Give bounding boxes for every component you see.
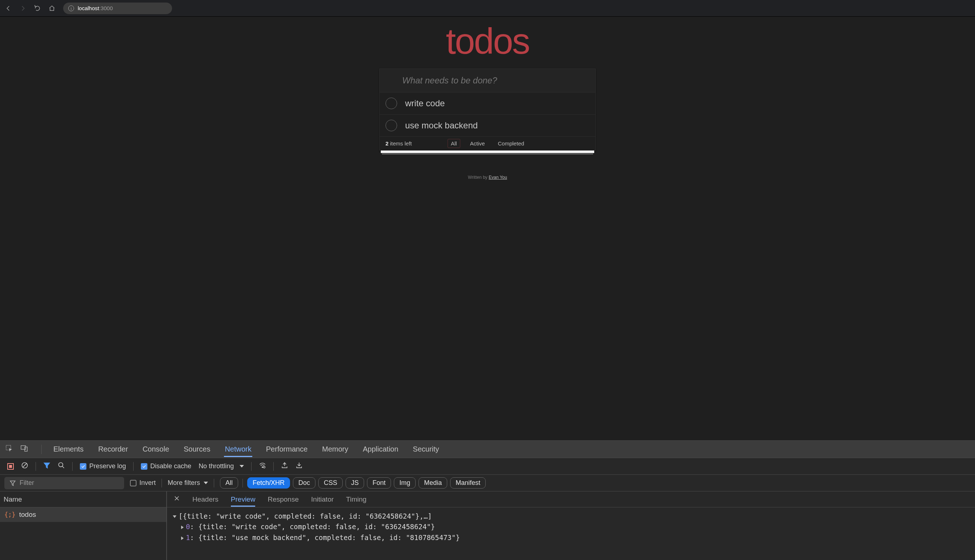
device-toolbar-icon[interactable] bbox=[20, 444, 28, 454]
tab-network[interactable]: Network bbox=[224, 442, 252, 457]
tab-console[interactable]: Console bbox=[142, 442, 170, 457]
page-viewport: todos write code use mock backend 2 item… bbox=[0, 17, 975, 440]
card-shadow bbox=[381, 150, 594, 153]
forward-button[interactable] bbox=[17, 2, 29, 15]
browser-toolbar: i localhost:3000 bbox=[0, 0, 975, 17]
todo-item[interactable]: write code bbox=[380, 92, 595, 115]
preserve-log-checkbox[interactable]: Preserve log bbox=[80, 462, 126, 470]
tab-recorder[interactable]: Recorder bbox=[97, 442, 129, 457]
author-link[interactable]: Evan You bbox=[488, 175, 507, 180]
devtools-tab-strip: Elements Recorder Console Sources Networ… bbox=[0, 441, 975, 458]
filter-completed[interactable]: Completed bbox=[494, 139, 527, 148]
network-filter-row: Filter Invert More filters All Fetch/XHR… bbox=[0, 475, 975, 492]
detail-tab-initiator[interactable]: Initiator bbox=[311, 492, 334, 507]
tree-root[interactable]: [{title: "write code", completed: false,… bbox=[173, 511, 969, 522]
json-file-icon: {;} bbox=[4, 511, 16, 518]
toggle-complete-icon[interactable] bbox=[386, 120, 397, 131]
type-pill-doc[interactable]: Doc bbox=[293, 477, 316, 488]
page-title: todos bbox=[446, 20, 529, 62]
detail-tab-timing[interactable]: Timing bbox=[346, 492, 366, 507]
record-button[interactable] bbox=[7, 463, 14, 470]
tree-item[interactable]: 1: {title: "use mock backend", completed… bbox=[173, 532, 969, 543]
separator bbox=[251, 462, 252, 471]
column-header-name[interactable]: Name bbox=[0, 492, 166, 507]
filter-toggle-icon[interactable] bbox=[43, 462, 50, 471]
invert-checkbox[interactable]: Invert bbox=[130, 479, 156, 487]
app-credits: Written by Evan You bbox=[468, 175, 507, 180]
chevron-down-icon bbox=[239, 465, 244, 468]
separator bbox=[162, 479, 162, 487]
clear-button[interactable] bbox=[21, 462, 28, 471]
close-detail-button[interactable] bbox=[174, 495, 180, 503]
type-pill-font[interactable]: Font bbox=[367, 477, 391, 488]
todo-item-label: write code bbox=[405, 98, 445, 108]
export-har-icon[interactable] bbox=[281, 462, 288, 471]
separator bbox=[214, 479, 214, 487]
detail-tab-headers[interactable]: Headers bbox=[192, 492, 219, 507]
new-todo-wrap bbox=[380, 69, 595, 92]
reload-button[interactable] bbox=[31, 2, 43, 15]
detail-tab-strip: Headers Preview Response Initiator Timin… bbox=[167, 492, 975, 507]
expand-icon[interactable] bbox=[181, 525, 184, 529]
network-conditions-icon[interactable] bbox=[259, 462, 266, 471]
separator bbox=[35, 462, 36, 471]
new-todo-input[interactable] bbox=[380, 69, 595, 92]
request-list: Name {;} todos bbox=[0, 492, 167, 560]
network-toolbar: Preserve log Disable cache No throttling bbox=[0, 458, 975, 475]
type-pill-fetch-xhr[interactable]: Fetch/XHR bbox=[247, 477, 290, 488]
tree-item[interactable]: 0: {title: "write code", completed: fals… bbox=[173, 522, 969, 532]
todo-footer: 2 items left All Active Completed clear bbox=[380, 137, 595, 150]
request-detail-pane: Headers Preview Response Initiator Timin… bbox=[167, 492, 975, 560]
collapse-icon[interactable] bbox=[173, 515, 176, 518]
svg-rect-1 bbox=[21, 446, 26, 449]
separator bbox=[72, 462, 73, 471]
tab-application[interactable]: Application bbox=[362, 442, 399, 457]
svg-point-7 bbox=[262, 467, 263, 468]
tab-performance[interactable]: Performance bbox=[265, 442, 309, 457]
tab-security[interactable]: Security bbox=[412, 442, 440, 457]
filter-group: All Active Completed bbox=[448, 139, 527, 148]
type-pill-manifest[interactable]: Manifest bbox=[450, 477, 486, 488]
tab-sources[interactable]: Sources bbox=[183, 442, 211, 457]
type-pill-media[interactable]: Media bbox=[418, 477, 447, 488]
import-har-icon[interactable] bbox=[296, 462, 303, 471]
type-pill-img[interactable]: Img bbox=[394, 477, 416, 488]
preview-tree[interactable]: [{title: "write code", completed: false,… bbox=[167, 507, 975, 560]
type-pill-js[interactable]: JS bbox=[346, 477, 364, 488]
todo-item-label: use mock backend bbox=[405, 120, 478, 130]
todo-item[interactable]: use mock backend bbox=[380, 115, 595, 137]
toggle-complete-icon[interactable] bbox=[386, 98, 397, 109]
search-icon[interactable] bbox=[58, 462, 65, 471]
todo-list: write code use mock backend bbox=[380, 92, 595, 137]
svg-line-4 bbox=[22, 463, 27, 468]
tab-memory[interactable]: Memory bbox=[321, 442, 349, 457]
type-pill-css[interactable]: CSS bbox=[318, 477, 343, 488]
address-bar[interactable]: i localhost:3000 bbox=[63, 3, 172, 14]
back-button[interactable] bbox=[2, 2, 15, 15]
expand-icon[interactable] bbox=[181, 537, 184, 540]
type-pill-all[interactable]: All bbox=[220, 477, 238, 488]
inspect-element-icon[interactable] bbox=[5, 444, 13, 454]
detail-tab-preview[interactable]: Preview bbox=[231, 492, 256, 507]
request-row[interactable]: {;} todos bbox=[0, 507, 166, 522]
filter-all[interactable]: All bbox=[448, 139, 460, 148]
type-filter-pills: All Fetch/XHR Doc CSS JS Font Img Media … bbox=[220, 477, 486, 488]
svg-point-5 bbox=[59, 463, 63, 467]
svg-line-6 bbox=[62, 467, 64, 468]
filter-input[interactable]: Filter bbox=[4, 477, 124, 489]
more-filters-dropdown[interactable]: More filters bbox=[168, 479, 208, 487]
filter-active[interactable]: Active bbox=[467, 139, 488, 148]
detail-tab-response[interactable]: Response bbox=[268, 492, 299, 507]
site-info-icon[interactable]: i bbox=[68, 5, 74, 11]
network-content: Name {;} todos Headers Preview Response … bbox=[0, 492, 975, 560]
disable-cache-checkbox[interactable]: Disable cache bbox=[141, 462, 191, 470]
todo-app: write code use mock backend 2 items left… bbox=[379, 68, 596, 150]
home-button[interactable] bbox=[46, 2, 58, 15]
chevron-down-icon bbox=[204, 482, 208, 484]
url-text: localhost:3000 bbox=[78, 5, 113, 11]
throttling-dropdown[interactable]: No throttling bbox=[199, 462, 244, 470]
separator bbox=[133, 462, 134, 471]
request-name: todos bbox=[19, 511, 36, 518]
devtools-panel: Elements Recorder Console Sources Networ… bbox=[0, 440, 975, 560]
tab-elements[interactable]: Elements bbox=[53, 442, 84, 457]
